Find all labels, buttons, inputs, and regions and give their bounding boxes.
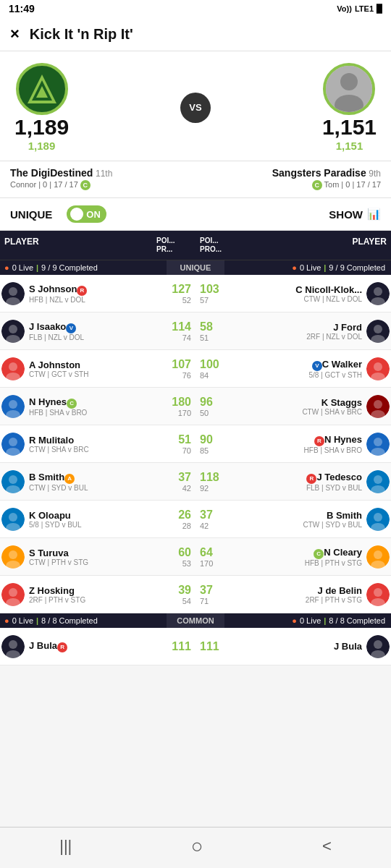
right-player-name: RN Hynes <box>235 434 362 446</box>
left-big-score: 60 <box>159 546 191 559</box>
right-player-name: C Nicoll-Klok... <box>235 284 362 295</box>
left-player-pos: CTW | PTH v STG <box>29 558 156 566</box>
left-player-name: Z Hosking <box>29 585 156 596</box>
right-player-pos: CTW | SHA v BRC <box>235 408 362 416</box>
bottom-nav: ||| ○ < <box>0 827 391 868</box>
right-player-info: J de Belin 2RF | PTH v STG <box>232 582 365 607</box>
left-big-score: 180 <box>159 396 191 409</box>
common-right-live: ● 0 Live | 8 / 8 Completed <box>224 613 391 628</box>
col-player-right: PLAYER <box>239 231 391 260</box>
page-title: Kick It 'n Rip It' <box>30 26 133 43</box>
right-avatar <box>365 282 391 305</box>
player-row: N HynesC HFB | SHA v BRO 180 170 96 50 K… <box>0 388 391 425</box>
right-score-cell: 90 85 <box>196 433 232 455</box>
right-small-score: 92 <box>200 484 232 493</box>
team-info: The DigiDestined 11th Connor | 0 | 17 / … <box>0 161 391 198</box>
left-score-sub: 1,189 <box>28 140 56 152</box>
left-avatar <box>0 282 26 305</box>
left-small-score: 54 <box>159 597 191 605</box>
right-small-score: 170 <box>200 559 232 568</box>
left-big-score: 114 <box>159 320 191 333</box>
svg-point-16 <box>374 325 382 333</box>
live-row-unique: ● 0 Live | 9 / 9 Completed UNIQUE ● 0 Li… <box>0 260 391 275</box>
left-score-cell: 180 170 <box>159 396 196 417</box>
left-player-pos: HFB | SHA v BRO <box>29 409 156 417</box>
left-big-score: 26 <box>159 509 191 522</box>
left-small-score: 76 <box>159 371 191 380</box>
show-label: SHOW <box>329 208 363 221</box>
svg-point-61 <box>9 640 17 649</box>
svg-point-10 <box>374 287 382 296</box>
right-big-score: 90 <box>200 433 232 446</box>
col-player-left: PLAYER <box>0 231 152 260</box>
right-player-name: RJ Tedesco <box>235 472 362 484</box>
svg-point-46 <box>374 513 382 522</box>
left-player-pos: CTW | SYD v BUL <box>29 484 156 492</box>
right-player-info: CN Cleary HFB | PTH v STG <box>232 544 365 570</box>
left-small-score: 52 <box>159 296 191 305</box>
svg-point-28 <box>374 400 382 409</box>
svg-point-55 <box>9 588 17 597</box>
right-player-info: K Staggs CTW | SHA v BRC <box>232 394 365 419</box>
close-icon[interactable]: × <box>10 25 20 43</box>
left-score-row: 1,189 <box>14 115 69 140</box>
right-team-name: Sangsters Paradise <box>272 167 366 179</box>
svg-point-34 <box>374 438 382 446</box>
right-team-details: C Tom | 0 | 17 / 17 <box>272 180 381 190</box>
svg-point-7 <box>9 287 17 296</box>
right-live-text: 0 Live <box>300 263 321 272</box>
left-player-name: K Oloapu <box>29 510 156 521</box>
nav-home-circle[interactable]: ○ <box>191 835 203 858</box>
left-player-pos: FLB | NZL v DOL <box>29 333 156 341</box>
right-big-score: 96 <box>200 396 232 409</box>
right-small-score: 50 <box>200 409 232 417</box>
left-big-score: 39 <box>159 584 191 597</box>
svg-point-25 <box>9 400 17 409</box>
left-score-main: 1,189 <box>14 115 69 140</box>
left-player-name: S Turuva <box>29 548 156 558</box>
right-score-cell: 100 84 <box>196 358 232 380</box>
right-player-pos: 2RF | NZL v DOL <box>235 333 362 341</box>
common-left-live-text: 0 Live <box>12 616 33 625</box>
right-avatar <box>365 508 391 531</box>
left-player-pos: 5/8 | SYD v BUL <box>29 521 156 529</box>
right-score-sub: 1,151 <box>336 140 363 152</box>
right-player-info: RJ Tedesco FLB | SYD v BUL <box>232 469 365 495</box>
unique-toggle-row: UNIQUE ON SHOW 📊 <box>0 198 391 231</box>
svg-point-22 <box>374 362 382 371</box>
left-captain-badge: C <box>80 180 91 190</box>
table-header: PLAYER POI...PR... POI...PRO... PLAYER <box>0 231 391 260</box>
right-player-pos: HFB | PTH v STG <box>235 559 362 567</box>
nav-home-icon[interactable]: ||| <box>59 837 72 856</box>
left-avatar <box>0 508 26 531</box>
nav-back-icon[interactable]: < <box>322 837 332 856</box>
left-player-name: N HynesC <box>29 396 156 409</box>
right-player-pos: CTW | NZL v DOL <box>235 295 362 303</box>
left-avatar <box>0 635 26 658</box>
left-small-score: 170 <box>159 409 191 417</box>
unique-toggle[interactable]: ON <box>67 205 106 223</box>
left-score-cell: 107 76 <box>159 358 196 380</box>
right-team-rank: 9th <box>369 169 381 179</box>
right-player-name: J de Belin <box>235 585 362 596</box>
left-player-info: J BulaR <box>26 637 159 655</box>
right-big-score: 64 <box>200 546 232 559</box>
left-score-cell: 60 53 <box>159 546 196 568</box>
right-player-name: K Staggs <box>235 397 362 408</box>
battery-icon: ▉ <box>377 4 382 14</box>
live-center-unique: UNIQUE <box>167 260 224 275</box>
player-row: Z Hosking 2RF | PTH v STG 39 54 37 71 J … <box>0 576 391 613</box>
left-player-info: K Oloapu 5/8 | SYD v BUL <box>26 507 159 532</box>
left-player-info: N HynesC HFB | SHA v BRO <box>26 393 159 420</box>
right-player-info: RN Hynes HFB | SHA v BRO <box>232 431 365 457</box>
right-avatar <box>365 320 391 343</box>
left-player-info: R Mulitalo CTW | SHA v BRC <box>26 432 159 456</box>
lte-icon: LTE1 <box>355 4 374 13</box>
right-avatar <box>365 635 391 658</box>
left-player-info: S Turuva CTW | PTH v STG <box>26 545 159 569</box>
left-big-score: 51 <box>159 433 191 446</box>
right-small-score: 57 <box>200 296 232 305</box>
show-button[interactable]: SHOW 📊 <box>329 208 381 221</box>
left-score-cell: 114 74 <box>159 320 196 342</box>
left-team-score: 1,189 1,189 <box>14 63 69 152</box>
